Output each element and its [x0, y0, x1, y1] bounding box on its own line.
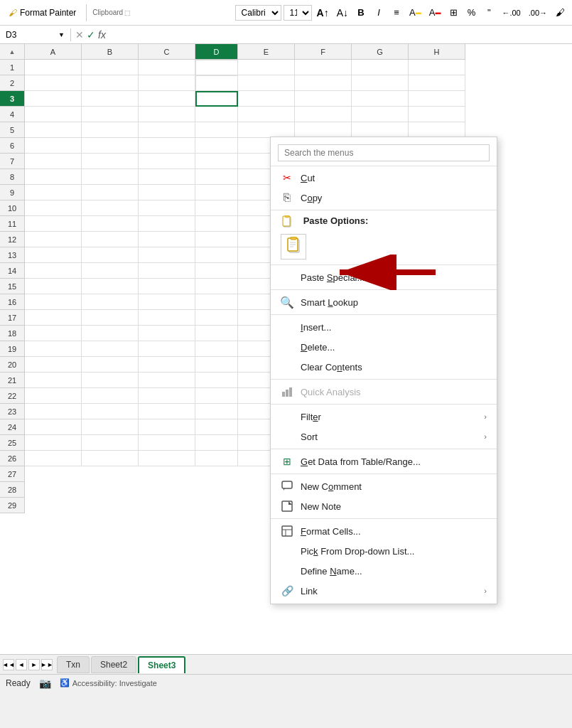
menu-item-quick-analysis[interactable]: Quick Analysis	[271, 382, 497, 402]
cell-h1[interactable]	[409, 60, 465, 75]
menu-item-filter[interactable]: Filter ›	[271, 407, 497, 427]
cell-e2[interactable]	[238, 75, 295, 91]
row-num-29[interactable]: 29	[0, 498, 25, 513]
cell-h2[interactable]	[409, 75, 465, 91]
menu-item-insert[interactable]: Insert...	[271, 317, 497, 337]
col-header-c[interactable]: C	[139, 44, 195, 60]
cell-b1[interactable]	[82, 60, 139, 75]
row-num-8[interactable]: 8	[0, 169, 25, 185]
sheet-nav-prev[interactable]: ◄	[16, 659, 27, 670]
menu-item-format-cells[interactable]: Format Cells...	[271, 521, 497, 541]
cell-f5[interactable]	[295, 122, 352, 138]
paste-icon-button[interactable]	[281, 234, 306, 259]
row-num-12[interactable]: 12	[0, 232, 25, 247]
col-header-h[interactable]: H	[409, 44, 465, 60]
corner-cell[interactable]: ▲	[0, 44, 25, 60]
font-name-select[interactable]: Calibri	[235, 5, 281, 21]
menu-item-cut[interactable]: ✂ Cut	[271, 168, 497, 188]
font-size-select[interactable]: 11	[284, 5, 312, 21]
cell-h5[interactable]	[409, 122, 465, 138]
row-num-6[interactable]: 6	[0, 138, 25, 154]
row-num-15[interactable]: 15	[0, 279, 25, 294]
font-color-btn[interactable]: A▬	[426, 5, 444, 21]
cell-b5[interactable]	[82, 122, 139, 138]
menu-search-input[interactable]	[278, 144, 490, 161]
cancel-formula-icon[interactable]: ✕	[75, 29, 84, 41]
col-header-a[interactable]: A	[25, 44, 82, 60]
cell-d1[interactable]	[195, 60, 238, 75]
cell-c3[interactable]	[139, 91, 195, 107]
menu-item-get-data[interactable]: ⊞ Get Data from Table/Range...	[271, 451, 497, 471]
cell-d3[interactable]	[195, 91, 238, 107]
cell-d5[interactable]	[195, 122, 238, 138]
cell-b4[interactable]	[82, 107, 139, 122]
cell-g3[interactable]	[352, 91, 409, 107]
row-num-18[interactable]: 18	[0, 326, 25, 341]
row-num-7[interactable]: 7	[0, 154, 25, 169]
sheet-nav-next[interactable]: ►	[28, 659, 40, 670]
menu-item-sort[interactable]: Sort ›	[271, 427, 497, 446]
cell-a3[interactable]	[25, 91, 82, 107]
cell-a4[interactable]	[25, 107, 82, 122]
col-header-d[interactable]: D	[195, 44, 238, 60]
menu-item-new-note[interactable]: New Note	[271, 496, 497, 516]
row-num-20[interactable]: 20	[0, 357, 25, 373]
row-num-19[interactable]: 19	[0, 341, 25, 357]
insert-function-icon[interactable]: fx	[98, 29, 106, 41]
cell-h4[interactable]	[409, 107, 465, 122]
cell-d2[interactable]	[195, 75, 238, 91]
menu-item-link[interactable]: 🔗 Link ›	[271, 581, 497, 601]
cell-reference-box[interactable]: D3 ▼	[0, 28, 71, 41]
italic-btn[interactable]: I	[371, 5, 387, 21]
row-num-22[interactable]: 22	[0, 388, 25, 404]
cell-g2[interactable]	[352, 75, 409, 91]
menu-item-smart-lookup[interactable]: 🔍 Smart Lookup	[271, 292, 497, 312]
cell-g5[interactable]	[352, 122, 409, 138]
borders-btn[interactable]: ⊞	[446, 5, 461, 21]
cell-e4[interactable]	[238, 107, 295, 122]
cell-d4[interactable]	[195, 107, 238, 122]
menu-item-delete[interactable]: Delete...	[271, 337, 497, 357]
align-btn[interactable]: ≡	[389, 5, 404, 21]
row-num-27[interactable]: 27	[0, 466, 25, 482]
bold-btn[interactable]: B	[353, 5, 369, 21]
col-header-e[interactable]: E	[238, 44, 295, 60]
row-num-1[interactable]: 1	[0, 60, 25, 75]
cell-f3[interactable]	[295, 91, 352, 107]
sheet-tab-txn[interactable]: Txn	[57, 656, 90, 673]
row-num-14[interactable]: 14	[0, 263, 25, 279]
col-header-g[interactable]: G	[352, 44, 409, 60]
cell-f1[interactable]	[295, 60, 352, 75]
cell-g4[interactable]	[352, 107, 409, 122]
menu-item-pick-dropdown[interactable]: Pick From Drop-down List...	[271, 541, 497, 561]
cell-c4[interactable]	[139, 107, 195, 122]
row-num-10[interactable]: 10	[0, 200, 25, 216]
row-num-11[interactable]: 11	[0, 216, 25, 232]
highlight-btn[interactable]: A▬	[406, 5, 424, 21]
row-num-13[interactable]: 13	[0, 247, 25, 263]
cell-b2[interactable]	[82, 75, 139, 91]
row-num-28[interactable]: 28	[0, 482, 25, 498]
clipboard-expand-icon[interactable]: ⬚	[124, 9, 131, 16]
paint-format-btn[interactable]: 🖌	[552, 5, 568, 21]
cell-g1[interactable]	[352, 60, 409, 75]
cell-c1[interactable]	[139, 60, 195, 75]
cell-h3[interactable]	[409, 91, 465, 107]
row-num-5[interactable]: 5	[0, 122, 25, 138]
cell-f4[interactable]	[295, 107, 352, 122]
row-num-25[interactable]: 25	[0, 435, 25, 451]
decimal-dec-btn[interactable]: .00→	[526, 5, 550, 21]
col-header-b[interactable]: B	[82, 44, 139, 60]
format-painter-button[interactable]: 🖌 Format Painter	[4, 6, 80, 19]
cell-a5[interactable]	[25, 122, 82, 138]
row-num-2[interactable]: 2	[0, 75, 25, 91]
decimal-inc-btn[interactable]: ←.00	[499, 5, 523, 21]
comma-btn[interactable]: "	[481, 5, 497, 21]
cell-e5[interactable]	[238, 122, 295, 138]
row-num-26[interactable]: 26	[0, 451, 25, 466]
menu-item-define-name[interactable]: Define Name...	[271, 561, 497, 581]
sheet-tab-sheet2[interactable]: Sheet2	[91, 656, 136, 673]
cell-c2[interactable]	[139, 75, 195, 91]
menu-item-clear-contents[interactable]: Clear Contents	[271, 357, 497, 377]
cell-e3[interactable]	[238, 91, 295, 107]
